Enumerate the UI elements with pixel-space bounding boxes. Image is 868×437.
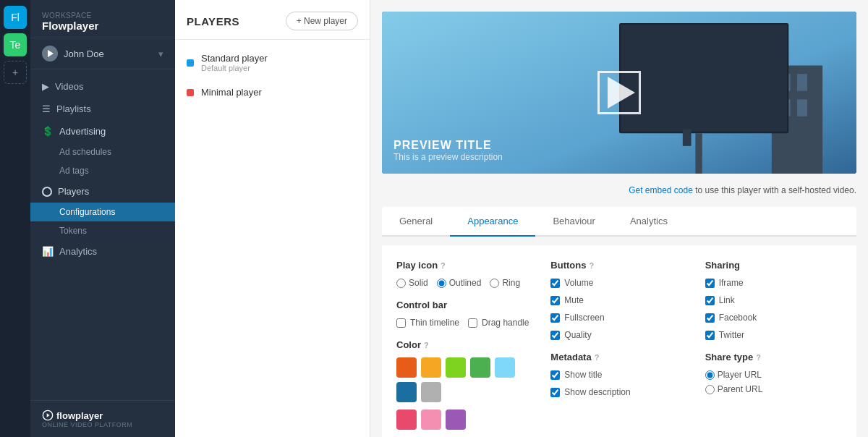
metadata-help-icon[interactable]: ? <box>595 353 600 362</box>
radio-player-url[interactable]: Player URL <box>705 370 842 380</box>
play-button-overlay[interactable] <box>597 71 641 114</box>
checkbox-mute-input[interactable] <box>550 296 560 305</box>
sidebar-item-videos[interactable]: ▶ Videos <box>30 75 175 98</box>
video-overlay-text: PREVIEW TITLE This is a preview descript… <box>393 139 503 162</box>
color-swatches <box>396 357 533 402</box>
sidebar-item-advertising[interactable]: 💲 Advertising <box>30 120 175 143</box>
sharing-section: Sharing Iframe Link Facebook <box>705 260 842 340</box>
play-icon-label: Play icon ? <box>396 260 533 271</box>
settings-grid: Play icon ? Solid Outlined <box>396 260 842 437</box>
color-swatch-gray[interactable] <box>421 382 441 402</box>
sidebar-icon-te[interactable]: Te <box>4 33 27 56</box>
color-swatch-lightpink[interactable] <box>421 410 441 430</box>
checkbox-iframe[interactable]: Iframe <box>705 278 842 288</box>
checkbox-iframe-input[interactable] <box>705 279 715 288</box>
embed-code-link[interactable]: Get embed code <box>629 185 693 195</box>
checkbox-volume-input[interactable] <box>550 279 560 288</box>
color-help-icon[interactable]: ? <box>424 341 429 349</box>
analytics-icon: 📊 <box>42 246 54 257</box>
sidebar-item-analytics[interactable]: 📊 Analytics <box>30 240 175 263</box>
color-swatch-pink[interactable] <box>396 410 417 430</box>
checkbox-show-title[interactable]: Show title <box>550 370 687 380</box>
sidebar-item-configurations[interactable]: Configurations <box>30 203 175 221</box>
radio-player-url-input[interactable] <box>705 370 715 380</box>
color-swatch-orange[interactable] <box>396 357 417 378</box>
sidebar-item-players[interactable]: Players <box>30 180 175 203</box>
checkbox-thin-timeline[interactable]: Thin timeline <box>396 318 459 328</box>
color-swatch-lightblue[interactable] <box>495 357 515 378</box>
play-button-circle <box>597 71 641 114</box>
list-item[interactable]: Minimal player <box>175 80 370 105</box>
logo-icon <box>42 410 54 421</box>
players-title: PLAYERS <box>187 15 239 27</box>
svg-rect-11 <box>683 129 692 145</box>
share-type-section: Share type ? Player URL Parent URL <box>705 352 842 394</box>
checkbox-link[interactable]: Link <box>705 295 842 305</box>
tab-behaviour[interactable]: Behaviour <box>535 207 613 237</box>
share-type-help-icon[interactable]: ? <box>756 353 761 362</box>
checkbox-quality-label: Quality <box>564 330 591 340</box>
tab-appearance[interactable]: Appearance <box>450 207 535 237</box>
checkbox-twitter-input[interactable] <box>705 331 715 340</box>
sidebar-item-ad-schedules[interactable]: Ad schedules <box>30 143 175 161</box>
sidebar-item-label: Analytics <box>59 246 97 257</box>
color-swatch-purple[interactable] <box>446 410 466 430</box>
checkbox-fullscreen-input[interactable] <box>550 313 560 323</box>
color-swatch-lime[interactable] <box>446 357 466 378</box>
checkbox-link-input[interactable] <box>705 296 715 305</box>
checkbox-drag-handle-input[interactable] <box>468 318 477 328</box>
checkbox-quality[interactable]: Quality <box>550 330 687 340</box>
checkbox-fullscreen-label: Fullscreen <box>564 313 604 323</box>
buttons-help-icon[interactable]: ? <box>589 261 594 270</box>
user-name: John Doe <box>64 48 104 59</box>
radio-outlined-label: Outlined <box>449 278 482 288</box>
settings-col-2: Buttons ? Volume Mute <box>550 260 687 437</box>
video-preview: PREVIEW TITLE This is a preview descript… <box>382 12 856 174</box>
color-section: Color ? <box>396 339 533 437</box>
radio-parent-url-input[interactable] <box>705 385 715 394</box>
play-icon-help-icon[interactable]: ? <box>441 261 446 270</box>
logo-subtitle: ONLINE VIDEO PLATFORM <box>42 421 132 428</box>
sidebar-icon-fl[interactable]: Fl <box>4 6 27 29</box>
list-item[interactable]: Standard player Default player <box>175 46 370 80</box>
sidebar-item-tokens[interactable]: Tokens <box>30 221 175 240</box>
checkbox-facebook[interactable]: Facebook <box>705 313 842 323</box>
video-background: PREVIEW TITLE This is a preview descript… <box>382 12 856 174</box>
logo-text: flowplayer <box>42 410 132 421</box>
checkbox-fullscreen[interactable]: Fullscreen <box>550 313 687 323</box>
color-swatch-yellow[interactable] <box>421 357 441 378</box>
checkbox-volume[interactable]: Volume <box>550 278 687 288</box>
sidebar-item-label: Configurations <box>59 207 115 217</box>
user-row[interactable]: John Doe ▾ <box>30 38 175 69</box>
radio-outlined[interactable]: Outlined <box>437 278 482 288</box>
play-icon-sm <box>48 50 54 57</box>
color-label: Color ? <box>396 339 533 350</box>
checkbox-quality-input[interactable] <box>550 331 560 340</box>
tab-general[interactable]: General <box>382 207 450 237</box>
checkbox-drag-handle-label: Drag handle <box>482 318 529 328</box>
checkbox-show-description-input[interactable] <box>550 388 560 397</box>
checkbox-drag-handle[interactable]: Drag handle <box>468 318 529 328</box>
checkbox-facebook-input[interactable] <box>705 313 715 323</box>
checkbox-show-title-input[interactable] <box>550 370 560 380</box>
new-player-button[interactable]: + New player <box>286 12 358 30</box>
checkbox-show-description[interactable]: Show description <box>550 387 687 397</box>
checkbox-mute[interactable]: Mute <box>550 295 687 305</box>
radio-parent-url[interactable]: Parent URL <box>705 384 842 394</box>
checkbox-facebook-label: Facebook <box>719 313 757 323</box>
players-panel: PLAYERS + New player Standard player Def… <box>175 0 370 437</box>
color-swatch-blue[interactable] <box>396 382 417 402</box>
sidebar-icon-add[interactable]: + <box>4 61 27 84</box>
radio-outlined-input[interactable] <box>437 279 446 288</box>
checkbox-twitter[interactable]: Twitter <box>705 330 842 340</box>
tab-analytics[interactable]: Analytics <box>613 207 685 237</box>
radio-solid-input[interactable] <box>396 279 406 288</box>
radio-ring[interactable]: Ring <box>490 278 520 288</box>
sidebar-item-ad-tags[interactable]: Ad tags <box>30 161 175 180</box>
radio-solid[interactable]: Solid <box>396 278 428 288</box>
checkbox-thin-timeline-input[interactable] <box>396 318 406 328</box>
color-swatch-green[interactable] <box>470 357 490 378</box>
sidebar-item-playlists[interactable]: ☰ Playlists <box>30 98 175 120</box>
tabs-row: General Appearance Behaviour Analytics <box>382 207 856 237</box>
radio-ring-input[interactable] <box>490 279 499 288</box>
